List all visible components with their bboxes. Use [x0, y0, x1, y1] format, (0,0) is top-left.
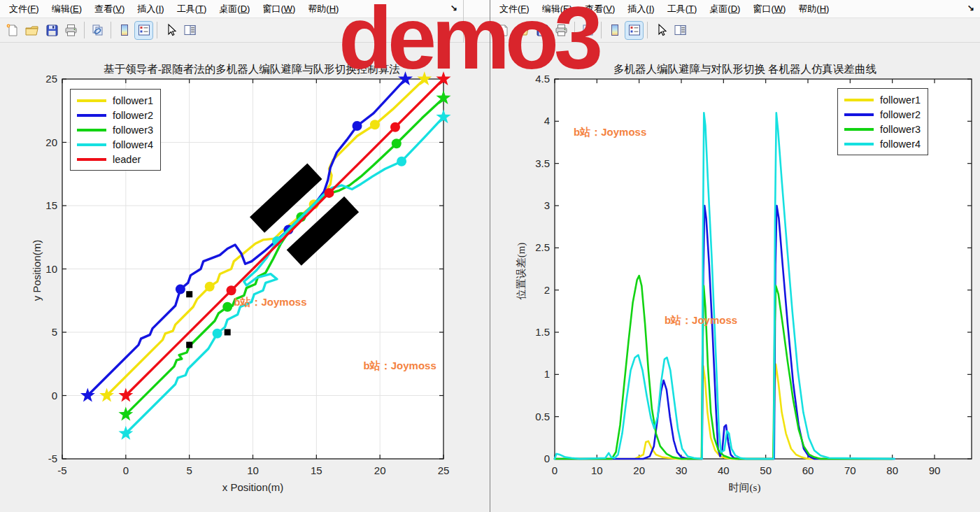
legend-entry-follower1[interactable]: follower1 [77, 93, 153, 108]
legend-entry-follower2[interactable]: follower2 [844, 107, 921, 122]
y-tick-label: -5 [25, 453, 57, 464]
x-axis-label: x Position(m) [62, 481, 443, 493]
legend-entry-follower2[interactable]: follower2 [77, 108, 153, 122]
legend-line-sample [77, 158, 106, 161]
cursor-arrow-icon [655, 23, 667, 37]
save-figure-button[interactable] [43, 22, 60, 39]
insert-colorbar-button[interactable] [115, 22, 133, 39]
legend-label: follower1 [113, 95, 153, 106]
legend-line-sample [844, 99, 874, 101]
menu-item-w[interactable]: 窗口(W) [746, 0, 792, 18]
legend-entry-follower1[interactable]: follower1 [844, 92, 921, 107]
new-figure-button[interactable] [3, 22, 21, 39]
print-figure-button[interactable] [62, 22, 80, 39]
robot-position-marker [325, 188, 334, 198]
obstacle [287, 197, 359, 266]
pointer-tool-button[interactable] [652, 22, 669, 39]
y-tick-label: 20 [25, 136, 57, 148]
link-plot-button[interactable] [89, 22, 106, 39]
legend-line-sample [77, 143, 106, 146]
robot-position-marker [227, 285, 236, 295]
property-inspector-button[interactable] [181, 22, 199, 39]
legend-line-sample [77, 129, 106, 131]
x-tick-label: 60 [789, 464, 827, 476]
watermark-text: b站：Joymoss [364, 360, 436, 371]
figure-canvas: 基于领导者-跟随者法的多机器人编队避障与队形切换控制算法 b站：Joymossb… [0, 43, 490, 512]
legend-entry-follower4[interactable]: follower4 [77, 137, 153, 152]
menu-item-d[interactable]: 桌面(D) [703, 0, 746, 18]
insert-legend-button[interactable] [135, 22, 152, 39]
menu-item-i[interactable]: 插入(I) [131, 0, 170, 18]
menu-item-t[interactable]: 工具(T) [661, 0, 704, 18]
cursor-arrow-icon [164, 23, 177, 37]
x-tick-label: 10 [234, 464, 272, 476]
robot-position-marker [213, 329, 222, 339]
x-tick-label: 90 [916, 464, 953, 476]
x-tick-label: -5 [43, 464, 81, 476]
y-tick-label: 15 [25, 199, 57, 211]
legend-entry-follower3[interactable]: follower3 [844, 122, 921, 136]
property-inspector-button[interactable] [672, 22, 689, 39]
menu-item-w[interactable]: 窗口(W) [256, 0, 301, 18]
x-tick-label: 0 [107, 464, 145, 476]
x-tick-label: 5 [171, 464, 208, 476]
x-axis-label: 时间(s) [555, 481, 935, 495]
robot-position-marker [222, 302, 232, 312]
robot-position-marker [370, 120, 380, 129]
legend-label: follower3 [880, 124, 921, 135]
dock-arrow-icon[interactable]: ↘ [967, 3, 974, 13]
legend-label: leader [113, 154, 141, 165]
legend[interactable]: follower1follower2follower3follower4 [837, 88, 928, 155]
menu-item-i[interactable]: 插入(I) [621, 0, 660, 18]
toolbar-separator [111, 22, 111, 38]
menu-item-e[interactable]: 编辑(E) [45, 0, 88, 18]
y-axis-label: 位置误差(m) [515, 222, 528, 320]
waypoint-marker [186, 291, 192, 297]
legend-entry-follower3[interactable]: follower3 [77, 122, 153, 137]
legend-label: follower1 [880, 94, 921, 106]
robot-position-marker [353, 121, 362, 131]
legend-line-sample [77, 99, 106, 102]
x-tick-label: 10 [578, 464, 616, 476]
legend-line-sample [77, 114, 106, 117]
series-line-follower2 [555, 206, 895, 459]
y-tick-label: 10 [25, 263, 57, 275]
open-file-button[interactable] [23, 22, 41, 39]
menu-item-t[interactable]: 工具(T) [171, 0, 213, 18]
x-tick-label: 70 [831, 464, 869, 476]
y-tick-label: 1.5 [518, 326, 550, 338]
legend-label: follower2 [880, 109, 921, 120]
y-tick-label: 4 [518, 115, 550, 127]
y-tick-label: 0 [518, 453, 550, 464]
y-tick-label: 2.5 [518, 241, 550, 253]
x-tick-label: 20 [620, 464, 658, 476]
waypoint-marker [225, 329, 231, 336]
legend-entry-leader[interactable]: leader [77, 152, 153, 166]
insert-colorbar-button[interactable] [606, 22, 623, 39]
legend-line-sample [844, 143, 874, 145]
series-line-follower4 [126, 118, 442, 434]
property-panel-icon [673, 23, 688, 37]
insert-legend-button[interactable] [625, 22, 643, 39]
toolbar-separator [84, 22, 85, 38]
legend[interactable]: follower1follower2follower3follower4lead… [70, 89, 161, 171]
menu-item-h[interactable]: 帮助(H) [792, 0, 835, 18]
y-tick-label: 3.5 [518, 157, 550, 169]
pointer-tool-button[interactable] [162, 22, 179, 39]
y-tick-label: 25 [25, 73, 57, 85]
property-panel-icon [183, 23, 197, 37]
robot-position-marker [397, 157, 406, 166]
new-document-icon [6, 23, 20, 37]
toolbar-separator [157, 22, 157, 38]
legend-entry-follower4[interactable]: follower4 [844, 136, 921, 151]
menu-item-v[interactable]: 查看(V) [88, 0, 131, 18]
x-tick-label: 50 [747, 464, 785, 476]
menu-item-d[interactable]: 桌面(D) [213, 0, 256, 18]
menu-item-f[interactable]: 文件(F) [3, 0, 45, 18]
printer-icon [64, 23, 78, 37]
figure-canvas: 多机器人编队避障与对队形切换 各机器人仿真误差曲线 b站：Joymossb站：J… [490, 43, 980, 512]
legend-label: follower4 [113, 139, 153, 150]
legend-label: follower4 [880, 138, 921, 150]
robot-position-marker [205, 282, 215, 292]
save-floppy-icon [45, 23, 59, 37]
